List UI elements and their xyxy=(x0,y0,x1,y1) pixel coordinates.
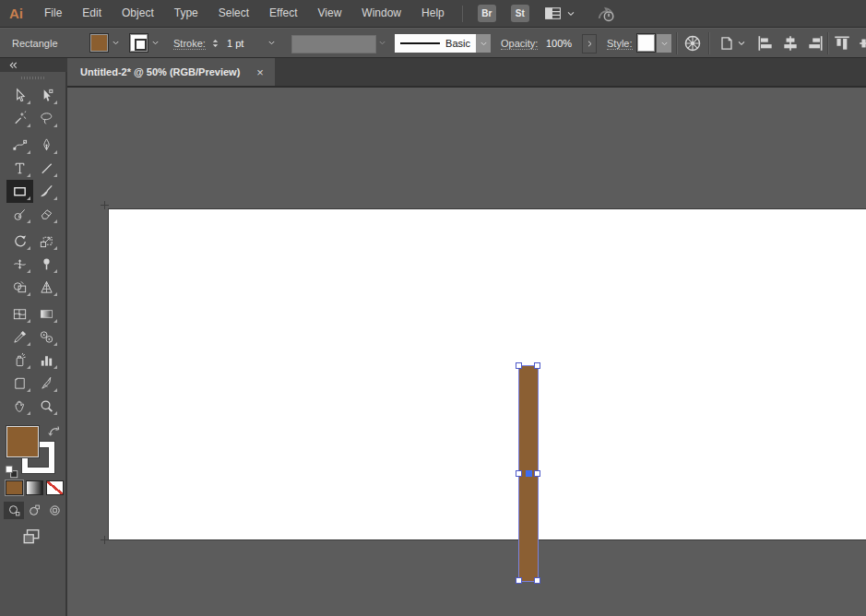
collapse-panels-icon[interactable] xyxy=(7,60,19,72)
selection-center-point[interactable] xyxy=(526,470,532,477)
stroke-swatch-glyph xyxy=(135,39,147,51)
stroke-swatch-chevron-icon[interactable] xyxy=(149,33,161,53)
mesh-tool-icon xyxy=(12,306,28,322)
transform-chevron-icon[interactable] xyxy=(736,38,747,49)
width-tool[interactable] xyxy=(6,253,33,276)
canvas-area[interactable] xyxy=(67,88,866,616)
menu-select[interactable]: Select xyxy=(208,0,259,27)
chevron-down-icon[interactable] xyxy=(565,8,576,19)
gradient-tool-icon xyxy=(39,306,54,322)
menu-effect[interactable]: Effect xyxy=(259,0,307,27)
puppet-warp-tool[interactable] xyxy=(33,253,60,276)
color-button[interactable] xyxy=(6,480,23,495)
panel-grip[interactable] xyxy=(21,77,45,79)
style-chevron-icon[interactable] xyxy=(657,34,671,53)
magic-wand-tool-icon xyxy=(12,111,28,126)
draw-normal-icon[interactable] xyxy=(7,503,21,517)
stroke-weight-stepper[interactable] xyxy=(210,34,220,53)
none-button[interactable] xyxy=(46,480,64,495)
menu-type[interactable]: Type xyxy=(164,0,208,27)
fill-color-swatch[interactable] xyxy=(89,33,109,53)
selection-handle-bottom-right[interactable] xyxy=(534,577,540,584)
menu-window[interactable]: Window xyxy=(351,0,411,27)
zoom-tool[interactable] xyxy=(33,395,60,418)
control-bar: Rectangle Stroke: 1 pt Basic Opacity: 10… xyxy=(0,29,866,58)
rotate-tool[interactable] xyxy=(6,230,33,253)
selection-tool[interactable] xyxy=(6,84,33,107)
menu-edit[interactable]: Edit xyxy=(72,0,112,27)
type-tool[interactable] xyxy=(6,157,33,180)
opacity-label[interactable]: Opacity: xyxy=(501,38,538,50)
style-swatch[interactable] xyxy=(636,33,656,53)
eraser-tool[interactable] xyxy=(33,203,60,226)
type-tool-icon xyxy=(12,160,28,176)
symbol-sprayer-tool[interactable] xyxy=(6,349,33,372)
menu-view[interactable]: View xyxy=(308,0,352,27)
rectangle-tool-icon xyxy=(12,184,28,199)
opacity-value[interactable]: 100% xyxy=(546,38,572,49)
stroke-label[interactable]: Stroke: xyxy=(173,38,206,50)
gradient-tool[interactable] xyxy=(33,302,60,326)
curvature-tool[interactable] xyxy=(6,134,33,157)
artboard-tool[interactable] xyxy=(6,372,33,395)
recolor-artwork-icon[interactable] xyxy=(683,34,702,53)
free-transform-doc-icon[interactable] xyxy=(718,34,736,53)
hand-tool[interactable] xyxy=(6,395,33,418)
selection-handle-mid-right[interactable] xyxy=(534,470,540,477)
blend-tool-icon xyxy=(39,329,54,345)
perspective-grid-tool[interactable] xyxy=(33,276,60,299)
document-tab-strip: Untitled-2* @ 50% (RGB/Preview) × xyxy=(67,58,866,88)
artboard[interactable] xyxy=(109,209,866,539)
draw-behind-icon[interactable] xyxy=(28,503,42,517)
column-graph-tool[interactable] xyxy=(33,349,60,372)
selection-handle-mid-left[interactable] xyxy=(516,470,522,477)
brush-definition-select[interactable]: Basic xyxy=(395,34,476,53)
stroke-weight-chevron-icon[interactable] xyxy=(266,33,278,53)
horizontal-align-right-icon[interactable] xyxy=(806,34,824,53)
slice-tool[interactable] xyxy=(33,372,60,395)
selection-handle-top-right[interactable] xyxy=(534,362,540,369)
opacity-more-button[interactable] xyxy=(582,34,597,53)
horizontal-align-left-icon[interactable] xyxy=(756,34,775,53)
eyedropper-tool[interactable] xyxy=(6,326,33,349)
fill-swatch-chevron-icon[interactable] xyxy=(110,33,122,53)
shaper-tool[interactable] xyxy=(6,203,33,226)
paintbrush-tool[interactable] xyxy=(33,180,60,203)
vertical-align-center-icon[interactable] xyxy=(858,34,866,53)
app-sync-icon[interactable] xyxy=(595,4,617,24)
default-fill-stroke-icon[interactable] xyxy=(5,465,18,479)
swap-fill-stroke-icon[interactable] xyxy=(47,424,62,439)
stroke-weight-value[interactable]: 1 pt xyxy=(227,38,243,49)
fill-color-indicator[interactable] xyxy=(6,426,39,457)
rectangle-tool[interactable] xyxy=(6,180,33,203)
selection-handle-bottom-left[interactable] xyxy=(516,577,522,584)
pen-tool[interactable] xyxy=(33,134,60,157)
vertical-align-top-icon[interactable] xyxy=(833,34,851,53)
menu-file[interactable]: File xyxy=(34,0,72,27)
selection-handle-top-left[interactable] xyxy=(516,362,522,369)
shape-builder-tool[interactable] xyxy=(6,276,33,299)
crop-mark xyxy=(101,536,109,544)
tab-close-button[interactable]: × xyxy=(256,66,264,78)
direct-selection-tool[interactable] xyxy=(33,84,60,107)
menu-bar: Ai FileEditObjectTypeSelectEffectViewWin… xyxy=(0,0,866,28)
workspace-switcher-icon[interactable] xyxy=(544,5,562,22)
mesh-tool[interactable] xyxy=(6,302,33,326)
horizontal-align-center-icon[interactable] xyxy=(781,34,800,53)
lasso-tool[interactable] xyxy=(33,107,60,130)
magic-wand-tool[interactable] xyxy=(6,107,33,130)
change-screen-mode-icon[interactable] xyxy=(20,527,42,546)
brush-chevron-icon[interactable] xyxy=(476,34,491,53)
gradient-button[interactable] xyxy=(26,480,43,495)
menu-help[interactable]: Help xyxy=(411,0,455,27)
stock-button[interactable]: St xyxy=(511,5,529,22)
blend-tool[interactable] xyxy=(33,326,60,349)
stroke-color-swatch[interactable] xyxy=(129,33,148,53)
line-segment-tool[interactable] xyxy=(33,157,60,180)
menu-object[interactable]: Object xyxy=(112,0,164,27)
style-label[interactable]: Style: xyxy=(607,38,633,50)
scale-tool[interactable] xyxy=(33,230,60,253)
draw-inside-icon[interactable] xyxy=(48,503,62,517)
bridge-button[interactable]: Br xyxy=(478,5,496,22)
document-tab[interactable]: Untitled-2* @ 50% (RGB/Preview) × xyxy=(67,58,275,86)
